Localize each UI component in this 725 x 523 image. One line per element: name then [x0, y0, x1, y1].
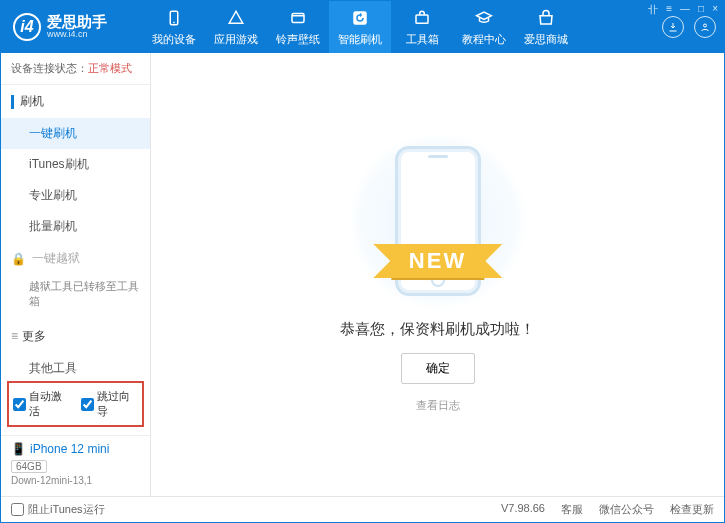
download-button[interactable]: [662, 16, 684, 38]
device-panel[interactable]: 📱iPhone 12 mini 64GB Down-12mini-13,1: [1, 435, 150, 496]
device-phone-icon: 📱: [11, 442, 26, 456]
check-update-link[interactable]: 检查更新: [670, 502, 714, 517]
svg-rect-2: [292, 13, 304, 22]
user-button[interactable]: [694, 16, 716, 38]
window-controls: 卝 ≡ — □ ×: [648, 3, 718, 17]
maximize-button[interactable]: □: [698, 3, 704, 17]
brand-url: www.i4.cn: [47, 30, 107, 40]
main-nav: 我的设备 应用游戏 铃声壁纸 智能刷机 工具箱 教程中心: [143, 1, 662, 53]
logo-icon: i4: [13, 13, 41, 41]
list-icon: ≡: [11, 329, 16, 343]
checkbox-block-itunes[interactable]: 阻止iTunes运行: [11, 502, 105, 517]
nav-ringtones[interactable]: 铃声壁纸: [267, 1, 329, 53]
checkbox-auto-activate[interactable]: 自动激活: [13, 389, 71, 419]
nav-store[interactable]: 爱思商城: [515, 1, 577, 53]
lock-icon: 🔒: [11, 252, 26, 266]
connection-status: 设备连接状态：正常模式: [1, 53, 150, 85]
success-illustration: NEW: [338, 136, 538, 306]
sidebar-item-pro-flash[interactable]: 专业刷机: [1, 180, 150, 211]
main-content: NEW 恭喜您，保资料刷机成功啦！ 确定 查看日志: [151, 53, 724, 496]
logo[interactable]: i4 爱思助手 www.i4.cn: [13, 13, 143, 41]
device-model: Down-12mini-13,1: [11, 475, 140, 486]
menu-button[interactable]: ≡: [666, 3, 672, 17]
sidebar-item-batch-flash[interactable]: 批量刷机: [1, 211, 150, 242]
refresh-icon: [350, 8, 370, 28]
section-flash[interactable]: 刷机: [1, 85, 150, 118]
section-more[interactable]: ≡ 更多: [1, 320, 150, 353]
titlebar: 卝 ≡ — □ × i4 爱思助手 www.i4.cn 我的设备 应用游戏: [1, 1, 724, 53]
ok-button[interactable]: 确定: [401, 353, 475, 384]
nav-apps[interactable]: 应用游戏: [205, 1, 267, 53]
nav-toolbox[interactable]: 工具箱: [391, 1, 453, 53]
wechat-link[interactable]: 微信公众号: [599, 502, 654, 517]
minimize-button[interactable]: —: [680, 3, 690, 17]
footer: 阻止iTunes运行 V7.98.66 客服 微信公众号 检查更新: [1, 496, 724, 522]
sidebar-item-itunes-flash[interactable]: iTunes刷机: [1, 149, 150, 180]
title-right: [662, 16, 716, 38]
sidebar: 设备连接状态：正常模式 刷机 一键刷机 iTunes刷机 专业刷机 批量刷机 🔒…: [1, 53, 151, 496]
success-message: 恭喜您，保资料刷机成功啦！: [340, 320, 535, 339]
svg-point-5: [704, 24, 707, 27]
wallet-icon: [288, 8, 308, 28]
sidebar-item-other-tools[interactable]: 其他工具: [1, 353, 150, 377]
close-button[interactable]: ×: [712, 3, 718, 17]
section-jailbreak: 🔒 一键越狱: [1, 242, 150, 275]
nav-tutorials[interactable]: 教程中心: [453, 1, 515, 53]
view-log-link[interactable]: 查看日志: [416, 398, 460, 413]
store-icon: [536, 8, 556, 28]
device-storage: 64GB: [11, 460, 47, 473]
brand-name: 爱思助手: [47, 14, 107, 31]
customer-service-link[interactable]: 客服: [561, 502, 583, 517]
nav-flash[interactable]: 智能刷机: [329, 1, 391, 53]
graduation-icon: [474, 8, 494, 28]
new-ribbon: NEW: [391, 244, 484, 278]
sidebar-item-oneclick-flash[interactable]: 一键刷机: [1, 118, 150, 149]
device-name: iPhone 12 mini: [30, 442, 109, 456]
svg-rect-4: [416, 15, 428, 23]
section-indicator-icon: [11, 95, 14, 109]
version-label: V7.98.66: [501, 502, 545, 517]
checkbox-skip-guide[interactable]: 跳过向导: [81, 389, 139, 419]
feedback-button[interactable]: 卝: [648, 3, 658, 17]
apps-icon: [226, 8, 246, 28]
jailbreak-note: 越狱工具已转移至工具箱: [1, 275, 150, 320]
options-highlight: 自动激活 跳过向导: [7, 381, 144, 427]
nav-my-device[interactable]: 我的设备: [143, 1, 205, 53]
toolbox-icon: [412, 8, 432, 28]
phone-icon: [164, 8, 184, 28]
